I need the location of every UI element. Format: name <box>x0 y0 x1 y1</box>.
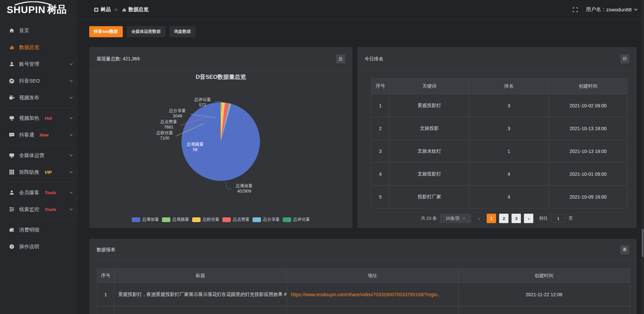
chevron-down-icon <box>69 170 73 174</box>
sidebar-item-consumption[interactable]: 消费明细 <box>0 221 78 238</box>
screen-icon <box>9 115 15 121</box>
tools-badge: Tools <box>45 190 56 195</box>
tools-badge: Tools <box>45 207 56 212</box>
chevron-down-icon <box>69 96 73 100</box>
sidebar-item-account[interactable]: 账号管理 <box>0 56 78 72</box>
legend-item-shares[interactable]: 总分享量 <box>253 217 280 222</box>
sidebar-item-home[interactable]: 首页 <box>0 22 78 39</box>
day-badge-button[interactable]: 日 <box>620 54 629 63</box>
sidebar-divider <box>4 219 74 220</box>
sidebar-item-member-tools[interactable]: 会员爆客 Tools <box>0 184 78 201</box>
data-tabs: 抖音seo数据 全媒体运营数据 询盘数据 <box>89 26 196 37</box>
legend-item-likes[interactable]: 总点赞量 <box>222 217 250 222</box>
breadcrumb: 树品 > 数据总览 <box>94 6 149 13</box>
legend-swatch <box>162 217 170 222</box>
sidebar-item-media-ops[interactable]: 全媒体运营 <box>0 147 78 164</box>
chevron-down-icon <box>69 207 73 211</box>
table-row: 3 文旅水纹灯 1 2021-10-13 18:00 <box>371 140 628 163</box>
scrollbar-thumb[interactable] <box>642 229 644 257</box>
sidebar-item-video-publish[interactable]: 视频发布 <box>0 89 78 106</box>
pie-label-comments: 总评论量572 <box>191 97 215 108</box>
sidebar-divider <box>4 145 74 145</box>
table-badge-button[interactable]: 表 <box>620 245 629 254</box>
legend-item-videos[interactable]: 总视频量 <box>162 217 189 222</box>
sidebar-item-label: 首页 <box>19 28 29 34</box>
ranking-card: 今日排名 日 序号 关键词 排名 创建时间 <box>357 47 637 228</box>
legend-swatch <box>132 217 140 222</box>
sidebar-item-label: 消费明细 <box>19 227 39 233</box>
goto-page-input[interactable] <box>551 214 566 223</box>
sidebar-item-video-heat[interactable]: 视频加热 Hot <box>0 110 78 126</box>
main-content: 抖音seo数据 全媒体运营数据 询盘数据 展现量总数: 421,369 总 D音… <box>78 20 644 314</box>
breadcrumb-current[interactable]: 数据总览 <box>128 6 149 13</box>
bar-chart-icon <box>9 45 15 50</box>
legend-swatch <box>222 217 231 222</box>
pie-label-videos: 总视频量58 <box>183 142 207 152</box>
sidebar-item-matrix-boost[interactable]: 矩阵助推 VIP <box>0 164 78 180</box>
legend-item-comments[interactable]: 总评论量 <box>283 217 310 222</box>
legend-item-plays[interactable]: 总播放量 <box>132 217 159 222</box>
table-row: 2 文旅投影 3 2021-10-13 18:00 <box>371 117 628 140</box>
topbar-right: 用户名： zswodun88 <box>573 6 638 13</box>
app-square-icon <box>94 7 99 12</box>
hot-badge: Hot <box>45 116 52 121</box>
page-button-3[interactable]: 3 <box>512 214 521 223</box>
impressions-total: 展现量总数: 421,369 <box>97 56 140 62</box>
breadcrumb-root[interactable]: 树品 <box>101 6 111 13</box>
scrollbar[interactable] <box>641 0 644 314</box>
sidebar-item-label: 视频发布 <box>19 95 39 101</box>
ranking-table: 序号 关键词 排名 创建时间 1 景观投影灯 3 2021-10-02 09:0… <box>371 78 628 208</box>
next-page-button[interactable]: › <box>524 214 533 223</box>
sidebar-item-douketong[interactable]: 抖客通 New <box>0 126 78 143</box>
table-row: 1 景观投影灯，夜游景观投影灯厂家展示展示落花灯在花园里的灯光投影应用效果 # … <box>97 283 630 306</box>
username: zswodun88 <box>606 7 632 12</box>
sidebar: SHUPIN 树品 首页 数据总览 账号管理 抖音SEO <box>0 0 78 314</box>
cell-index: 5 <box>371 186 390 208</box>
cell-index: 1 <box>97 283 114 306</box>
monitor-icon <box>9 153 15 158</box>
report-card-header: 数据报表 表 <box>89 239 637 261</box>
table-row: 1 景观投影灯 3 2021-10-02 09:00 <box>371 94 628 117</box>
cell-rank: 1 <box>469 140 549 163</box>
wallet-icon <box>9 227 15 233</box>
pie-label-likes: 总点赞量7681 <box>157 119 180 130</box>
user-menu[interactable]: 用户名： zswodun88 <box>586 6 638 13</box>
column-header: 关键词 <box>390 78 469 94</box>
sidebar-item-clue-monitor[interactable]: 线索监控 Tools <box>0 201 78 218</box>
prev-page-button[interactable]: ‹ <box>474 214 484 223</box>
page-size-select[interactable]: 10条/页 <box>440 214 471 223</box>
table-row <box>97 306 630 314</box>
total-badge-button[interactable]: 总 <box>336 54 345 63</box>
cell-title: 景观投影灯，夜游景观投影灯厂家展示展示落花灯在花园里的灯光投影应用效果 # <box>114 283 287 306</box>
bar-chart-icon <box>122 7 126 12</box>
sidebar-item-data-overview[interactable]: 数据总览 <box>0 39 78 56</box>
cell-index: 3 <box>371 140 390 163</box>
fullscreen-icon[interactable] <box>573 7 578 12</box>
cell-url <box>287 306 458 314</box>
tab-douyin-seo-data[interactable]: 抖音seo数据 <box>89 26 123 37</box>
tab-inquiry-data[interactable]: 询盘数据 <box>169 26 196 37</box>
sidebar-item-instructions[interactable]: ? 操作说明 <box>0 238 78 255</box>
cell-keyword: 文旅水纹灯 <box>390 140 469 163</box>
tab-media-ops-data[interactable]: 全媒体运营数据 <box>127 26 166 37</box>
chart-legend: 总播放量 总视频量 总粉丝量 总点赞量 总分享量 总评论量 <box>89 217 353 222</box>
chevron-down-icon <box>69 153 73 157</box>
overview-card: 展现量总数: 421,369 总 D音SEO数据量总览 总评论量572 总分 <box>89 47 353 228</box>
page-button-1[interactable]: 1 <box>487 214 496 223</box>
new-badge: New <box>40 133 49 138</box>
chevron-down-icon <box>69 62 73 66</box>
cell-keyword: 文旅投影 <box>390 117 469 140</box>
legend-item-fans[interactable]: 总粉丝量 <box>192 217 219 222</box>
sidebar-item-label: 账号管理 <box>19 61 39 67</box>
gear-icon <box>9 78 15 84</box>
page-button-2[interactable]: 2 <box>499 214 508 223</box>
table-row: 4 文旅投影灯 4 2021-10-01 09:00 <box>371 163 628 186</box>
sidebar-item-label: 数据总览 <box>19 44 39 51</box>
report-link[interactable]: https://www.iesdouyin.com/share/video/70… <box>291 292 441 297</box>
table-header-row: 序号 关键词 排名 创建时间 <box>371 78 628 94</box>
column-header: 排名 <box>469 78 549 94</box>
goto-label: 前往 <box>539 215 548 221</box>
chevron-down-icon <box>462 217 466 220</box>
sidebar-item-douyin-seo[interactable]: 抖音SEO <box>0 72 78 89</box>
sidebar-nav: 首页 数据总览 账号管理 抖音SEO 视频发布 <box>0 19 78 255</box>
